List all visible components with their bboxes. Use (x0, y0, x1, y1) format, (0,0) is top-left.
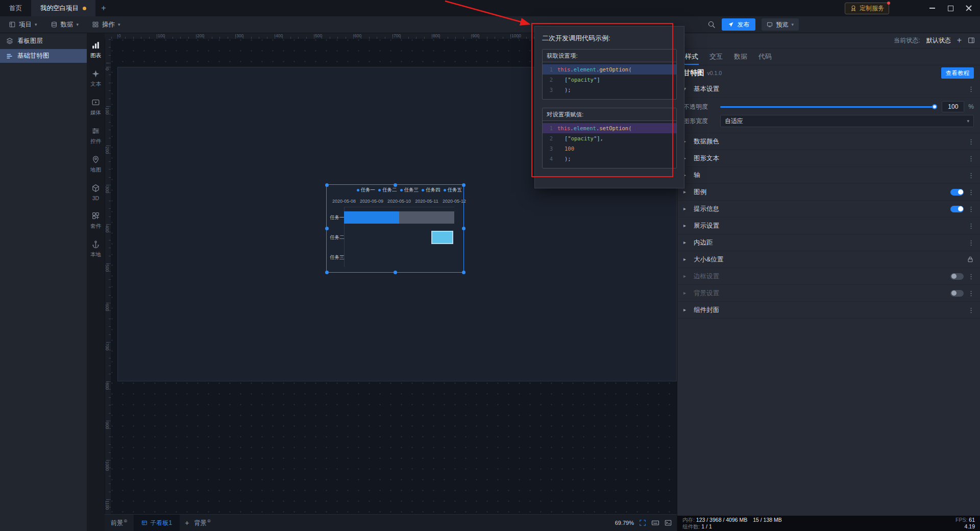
section-tooltip[interactable]: ▸提示信息⋮ (677, 201, 980, 218)
new-tab-button[interactable]: + (95, 4, 112, 13)
resize-handle[interactable] (325, 227, 329, 230)
minimize-button[interactable] (923, 0, 941, 16)
dock-item-text[interactable]: 文本 (87, 64, 105, 93)
add-state-button[interactable]: + (957, 36, 962, 44)
tab-project[interactable]: 我的空白项目 (31, 0, 95, 16)
menu-label: 项目 (19, 20, 32, 29)
inspector-tab-1[interactable]: 交互 (704, 49, 728, 65)
dock-item-widget[interactable]: 控件 (87, 122, 105, 150)
resize-handle[interactable] (394, 183, 397, 187)
add-board-button[interactable]: + (180, 519, 194, 527)
fit-screen-icon[interactable] (639, 519, 646, 526)
inspector-tab-2[interactable]: 数据 (728, 49, 753, 65)
menu-project[interactable]: 项目▾ (2, 16, 44, 33)
foreground-button[interactable]: 前景 ⊕ (111, 519, 128, 527)
menu-operate[interactable]: 操作▾ (85, 16, 127, 33)
section-title: 展示设置 (694, 222, 719, 230)
section-axis[interactable]: ▸轴⋮ (677, 167, 980, 184)
publish-button[interactable]: 发布 (722, 18, 755, 31)
dock-item-cube[interactable]: 3D (87, 179, 105, 206)
kebab-menu-icon[interactable]: ⋮ (968, 222, 974, 230)
kebab-menu-icon[interactable]: ⋮ (968, 205, 974, 213)
menu-data[interactable]: 数据▾ (44, 16, 86, 33)
kebab-menu-icon[interactable]: ⋮ (968, 306, 974, 314)
kebab-menu-icon[interactable]: ⋮ (968, 273, 974, 280)
gantt-chart-component[interactable]: 任务一任务二任务三任务四任务五 2020-05-082020-05-092020… (327, 185, 463, 272)
section-size-position[interactable]: ▸大小&位置 (677, 251, 980, 268)
circle-plus-icon[interactable]: ⊕ (124, 518, 128, 523)
terminal-icon[interactable] (665, 519, 672, 526)
graph-width-select[interactable]: 自适应▾ (720, 115, 974, 127)
section-basic[interactable]: ▾基本设置⋮ (677, 81, 980, 98)
section-graph-text[interactable]: ▸图形文本⋮ (677, 150, 980, 167)
code-token: opacity (571, 77, 594, 83)
resize-handle[interactable] (325, 183, 329, 187)
collapse-panel-icon[interactable] (968, 37, 975, 44)
titlebar: 首页 我的空白项目 + 定制服务 (0, 0, 980, 16)
preview-button[interactable]: 预览 ▾ (762, 18, 799, 31)
kebab-menu-icon[interactable]: ⋮ (968, 85, 974, 93)
opacity-input[interactable]: 100 (942, 101, 964, 112)
legend-label: 任务四 (426, 187, 440, 194)
section-toggle-off[interactable] (950, 273, 964, 280)
slider-thumb[interactable] (932, 104, 937, 109)
resize-handle[interactable] (462, 183, 465, 187)
kebab-menu-icon[interactable]: ⋮ (968, 289, 974, 297)
dock-item-media[interactable]: 媒体 (87, 93, 105, 122)
section-legend[interactable]: ▸图例⋮ (677, 184, 980, 201)
kebab-menu-icon[interactable]: ⋮ (968, 155, 974, 162)
resize-handle[interactable] (394, 271, 397, 274)
project-icon (9, 21, 16, 28)
menu-label: 数据 (61, 20, 74, 29)
circle-plus-icon[interactable]: ⊕ (207, 518, 211, 523)
kebab-menu-icon[interactable]: ⋮ (968, 239, 974, 247)
inspector-tab-3[interactable]: 代码 (753, 49, 777, 65)
gantt-bar[interactable] (431, 231, 453, 244)
dock-item-chart[interactable]: 图表 (87, 36, 105, 64)
legend-label: 任务一 (361, 187, 376, 194)
menu-label: 操作 (102, 20, 115, 29)
kebab-menu-icon[interactable]: ⋮ (968, 172, 974, 179)
section-background[interactable]: ▸背景设置⋮ (677, 285, 980, 302)
gantt-bar[interactable] (399, 211, 454, 224)
maximize-button[interactable] (941, 0, 960, 16)
section-padding[interactable]: ▸内边距⋮ (677, 234, 980, 251)
section-toggle-on[interactable] (950, 189, 964, 196)
kebab-menu-icon[interactable]: ⋮ (968, 138, 974, 146)
keyboard-shortcuts-icon[interactable] (651, 519, 659, 527)
legend-item[interactable]: 任务二 (378, 187, 397, 194)
section-data-color[interactable]: ▸数据颜色⋮ (677, 133, 980, 150)
layer-item[interactable]: 基础甘特图 (0, 49, 87, 63)
current-state-value[interactable]: 默认状态 (926, 36, 951, 45)
custom-service-button[interactable]: 定制服务 (845, 3, 889, 14)
section-border[interactable]: ▸边框设置⋮ (677, 268, 980, 285)
titlebar-controls: 定制服务 (845, 0, 980, 16)
lock-icon[interactable] (967, 256, 974, 263)
preview-label: 预览 (776, 20, 788, 29)
close-button[interactable] (960, 0, 978, 16)
dock-item-local[interactable]: 本地 (87, 235, 105, 263)
search-icon[interactable] (707, 20, 716, 29)
dock-item-kit[interactable]: 套件 (87, 206, 105, 235)
legend-item[interactable]: 任务一 (357, 187, 376, 194)
resize-handle[interactable] (462, 227, 465, 230)
kebab-menu-icon[interactable]: ⋮ (968, 188, 974, 196)
section-toggle-on[interactable] (950, 206, 964, 212)
section-display[interactable]: ▸展示设置⋮ (677, 218, 980, 234)
sub-board-tab[interactable]: 子看板1 (134, 515, 180, 531)
legend-item[interactable]: 任务三 (400, 187, 419, 194)
resize-handle[interactable] (462, 271, 465, 274)
gantt-bar[interactable] (344, 211, 399, 224)
legend-item[interactable]: 任务五 (444, 187, 462, 194)
background-button[interactable]: 背景 ⊕ (194, 519, 211, 527)
dock-item-label: 3D (92, 195, 99, 201)
section-toggle-off[interactable] (950, 290, 964, 297)
legend-item[interactable]: 任务四 (422, 187, 440, 194)
section-cover[interactable]: ▸组件封面⋮ (677, 302, 980, 319)
tutorial-button[interactable]: 查看教程 (941, 67, 974, 79)
tab-home[interactable]: 首页 (0, 0, 31, 16)
resize-handle[interactable] (325, 271, 329, 274)
fps-label: FPS: (955, 517, 967, 523)
dock-item-map[interactable]: 地图 (87, 150, 105, 179)
opacity-slider[interactable] (720, 106, 935, 108)
